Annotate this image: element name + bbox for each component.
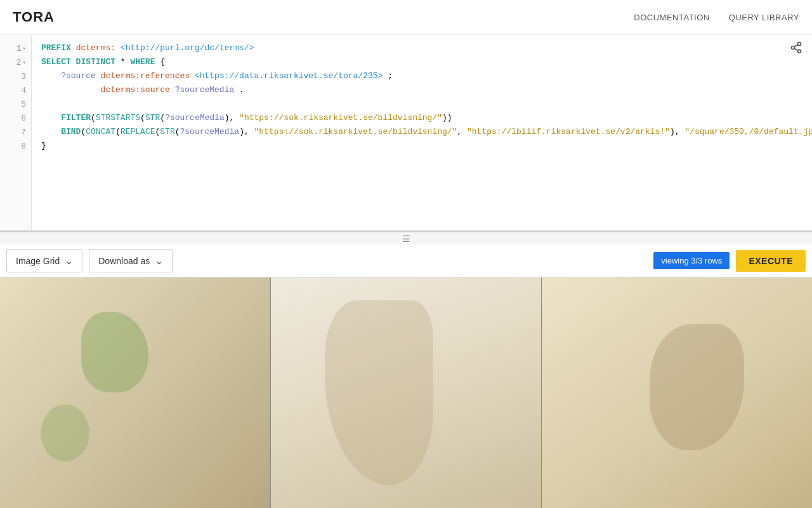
execute-button[interactable]: EXECUTE	[736, 250, 806, 272]
image-cell-2[interactable]	[271, 277, 542, 508]
nav-documentation[interactable]: DOCUMENTATION	[634, 13, 709, 22]
svg-line-4	[794, 44, 798, 46]
line-num-8: 8	[0, 139, 31, 153]
editor-container: 1▾ 2▾ 3 4 5 6 7 8 PREFIX dcterms: <http:…	[0, 35, 812, 232]
download-dropdown[interactable]: Download as ⌄	[89, 249, 173, 272]
line-numbers: 1▾ 2▾ 3 4 5 6 7 8	[0, 35, 32, 231]
view-chevron-icon: ⌄	[65, 255, 73, 267]
image-grid	[0, 277, 812, 508]
main-nav: DOCUMENTATION QUERY LIBRARY	[634, 13, 799, 22]
line-num-3: 3	[0, 69, 31, 83]
header: TORA DOCUMENTATION QUERY LIBRARY	[0, 0, 812, 35]
nav-query-library[interactable]: QUERY LIBRARY	[729, 13, 799, 22]
svg-line-3	[794, 48, 798, 50]
code-editor[interactable]: PREFIX dcterms: <http://purl.org/dc/term…	[32, 35, 812, 231]
svg-point-1	[792, 46, 795, 50]
line-num-7: 7	[0, 125, 31, 139]
download-label: Download as	[98, 256, 150, 266]
map-image-1	[0, 277, 270, 508]
svg-point-0	[798, 43, 801, 46]
share-button[interactable]	[790, 41, 802, 57]
download-chevron-icon: ⌄	[155, 255, 163, 267]
map-image-3	[542, 277, 812, 508]
line-num-4: 4	[0, 83, 31, 97]
image-cell-3[interactable]	[542, 277, 812, 508]
logo: TORA	[13, 9, 55, 25]
svg-point-2	[798, 50, 801, 53]
view-dropdown[interactable]: Image Grid ⌄	[6, 249, 82, 272]
view-label: Image Grid	[16, 256, 60, 266]
line-num-1: 1▾	[0, 41, 31, 55]
line-num-2: 2▾	[0, 55, 31, 69]
viewing-badge: viewing 3/3 rows	[653, 252, 730, 269]
line-num-5: 5	[0, 97, 31, 111]
image-cell-1[interactable]	[0, 277, 271, 508]
map-image-2	[271, 277, 541, 508]
toolbar: Image Grid ⌄ Download as ⌄ viewing 3/3 r…	[0, 244, 812, 277]
line-num-6: 6	[0, 111, 31, 125]
drag-icon: ☰	[402, 234, 410, 244]
drag-handle[interactable]: ☰	[0, 232, 812, 244]
